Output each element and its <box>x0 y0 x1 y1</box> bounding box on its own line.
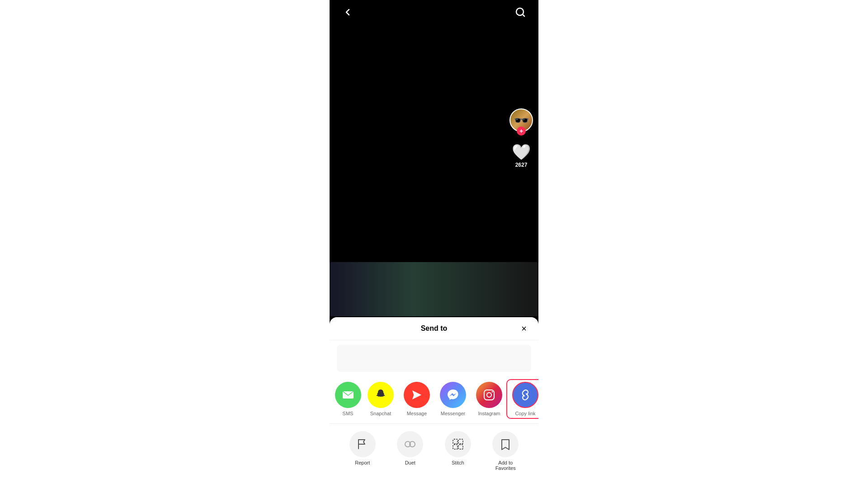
report-icon <box>349 431 376 457</box>
svg-point-3 <box>487 393 491 397</box>
action-item-stitch[interactable]: Stitch <box>442 431 474 465</box>
message-icon <box>404 382 430 408</box>
sms-icon <box>335 382 361 408</box>
sheet-header: Send to × <box>330 317 538 340</box>
snapchat-icon <box>368 382 394 408</box>
copylink-icon <box>512 382 538 408</box>
phone-container: 🕶️ + 🤍 2627 Send to × S <box>330 0 538 488</box>
messenger-label: Messenger <box>441 411 465 416</box>
share-row: SMS Snapchat Message <box>330 376 538 422</box>
message-label: Message <box>407 411 427 416</box>
stitch-icon <box>445 431 471 457</box>
share-item-message[interactable]: Message <box>399 380 435 418</box>
svg-rect-8 <box>453 439 458 444</box>
like-button[interactable]: 🤍 <box>512 143 531 161</box>
snapchat-label: Snapchat <box>370 411 391 416</box>
svg-point-4 <box>492 391 493 393</box>
share-item-snapchat[interactable]: Snapchat <box>363 380 399 418</box>
duet-label: Duet <box>405 460 415 465</box>
share-item-sms[interactable]: SMS <box>333 380 363 418</box>
follow-button[interactable]: + <box>517 127 526 136</box>
sheet-title: Send to <box>421 324 448 333</box>
instagram-label: Instagram <box>478 411 500 416</box>
report-label: Report <box>355 460 370 465</box>
like-count: 2627 <box>515 162 528 168</box>
divider <box>330 423 538 424</box>
action-item-add-to-favorites[interactable]: Add to Favorites <box>490 431 521 471</box>
bottom-sheet: Send to × SMS <box>330 317 538 488</box>
share-item-instagram[interactable]: Instagram <box>471 380 507 418</box>
action-item-report[interactable]: Report <box>347 431 378 465</box>
svg-rect-9 <box>458 439 463 444</box>
share-item-copylink[interactable]: Copy link <box>507 380 538 418</box>
action-row: Report Duet <box>330 426 538 474</box>
sheet-search-area <box>337 345 531 372</box>
svg-marker-1 <box>412 390 421 399</box>
svg-rect-11 <box>458 445 463 449</box>
like-section: 🤍 2627 <box>512 143 531 168</box>
action-item-duet[interactable]: Duet <box>394 431 426 465</box>
stitch-label: Stitch <box>452 460 464 465</box>
avatar-container: 🕶️ + <box>509 108 533 132</box>
add-to-favorites-icon <box>492 431 519 457</box>
top-bar <box>330 0 538 27</box>
right-sidebar: 🕶️ + 🤍 2627 <box>509 108 533 168</box>
video-thumbnail <box>330 262 538 316</box>
share-item-messenger[interactable]: Messenger <box>435 380 471 418</box>
add-to-favorites-label: Add to Favorites <box>495 460 516 471</box>
close-button[interactable]: × <box>517 321 531 336</box>
search-button[interactable] <box>511 3 529 24</box>
copylink-label: Copy link <box>515 411 535 416</box>
messenger-icon <box>440 382 466 408</box>
back-button[interactable] <box>339 3 357 24</box>
svg-rect-10 <box>453 445 458 449</box>
duet-icon <box>397 431 423 457</box>
instagram-icon <box>476 382 502 408</box>
sms-label: SMS <box>343 411 354 416</box>
